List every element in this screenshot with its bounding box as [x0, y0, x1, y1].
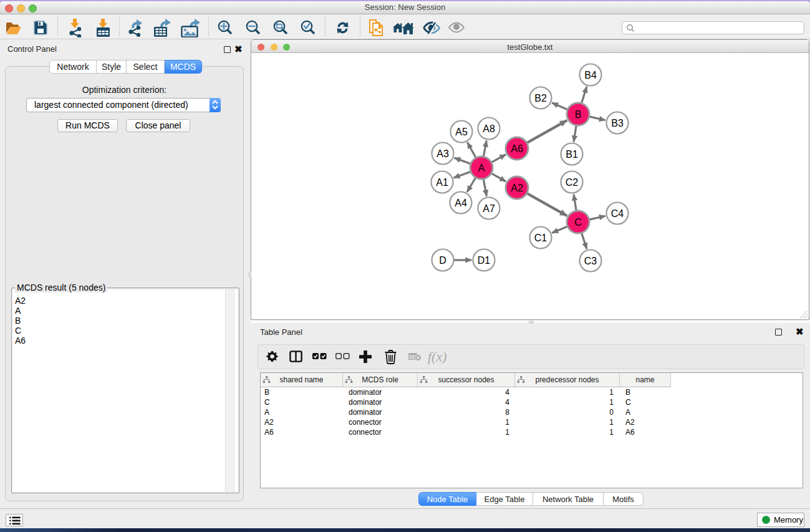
svg-text:B3: B3 — [611, 118, 624, 128]
svg-text:C2: C2 — [566, 177, 579, 188]
svg-text:B4: B4 — [584, 70, 597, 80]
svg-text:A7: A7 — [483, 203, 495, 214]
svg-text:A8: A8 — [483, 123, 495, 134]
svg-text:B: B — [575, 109, 582, 120]
svg-text:A4: A4 — [455, 198, 467, 208]
svg-text:B2: B2 — [534, 93, 547, 104]
svg-text:A2: A2 — [511, 183, 523, 193]
svg-text:B1: B1 — [566, 149, 578, 160]
svg-text:C4: C4 — [611, 208, 624, 219]
svg-text:C3: C3 — [584, 256, 597, 266]
svg-text:A3: A3 — [436, 148, 449, 159]
svg-text:C: C — [574, 217, 582, 228]
svg-text:A5: A5 — [455, 127, 468, 137]
svg-text:D1: D1 — [478, 255, 491, 266]
svg-text:D: D — [439, 255, 446, 266]
svg-text:A6: A6 — [511, 143, 523, 154]
svg-text:C1: C1 — [534, 233, 547, 243]
svg-text:A: A — [478, 163, 485, 173]
svg-text:A1: A1 — [436, 177, 448, 188]
